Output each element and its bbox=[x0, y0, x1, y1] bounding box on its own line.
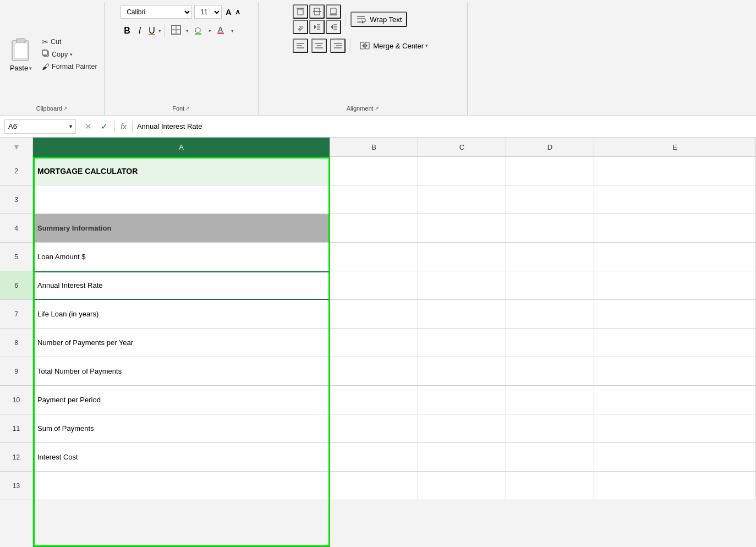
cell-b12[interactable] bbox=[330, 443, 418, 472]
cell-d3[interactable] bbox=[506, 185, 594, 214]
row-number-8[interactable]: 8 bbox=[0, 329, 32, 357]
row-number-4[interactable]: 4 bbox=[0, 214, 32, 243]
row-number-6[interactable]: 6 bbox=[0, 271, 32, 300]
paste-dropdown-arrow[interactable]: ▾ bbox=[29, 65, 32, 71]
cell-c6[interactable] bbox=[418, 271, 506, 300]
decrease-font-size-button[interactable]: A bbox=[234, 7, 242, 17]
underline-dropdown[interactable]: ▾ bbox=[158, 28, 161, 34]
col-header-c[interactable]: C bbox=[418, 138, 506, 157]
cell-a7[interactable]: Life Loan (in years) bbox=[33, 300, 330, 329]
cell-d9[interactable] bbox=[506, 357, 594, 386]
cell-c3[interactable] bbox=[418, 185, 506, 214]
cell-b13[interactable] bbox=[330, 472, 418, 500]
formula-cancel-button[interactable]: ✕ bbox=[83, 121, 94, 133]
cell-c7[interactable] bbox=[418, 300, 506, 329]
cell-d7[interactable] bbox=[506, 300, 594, 329]
row-number-11[interactable]: 11 bbox=[0, 414, 32, 443]
row-number-13[interactable]: 13 bbox=[0, 472, 32, 500]
underline-button[interactable]: U bbox=[146, 25, 158, 37]
cut-button[interactable]: ✂ Cut bbox=[40, 36, 100, 47]
font-color-dropdown[interactable]: ▾ bbox=[231, 28, 234, 34]
bold-button[interactable]: B bbox=[120, 25, 134, 37]
paste-button[interactable]: Paste ▾ bbox=[4, 34, 37, 74]
wrap-text-button[interactable]: Wrap Text bbox=[350, 12, 407, 27]
font-family-selector[interactable]: Calibri bbox=[120, 6, 192, 19]
clipboard-expand-icon[interactable]: ↗ bbox=[63, 106, 68, 111]
cell-b3[interactable] bbox=[330, 185, 418, 214]
cell-e5[interactable] bbox=[594, 243, 756, 271]
cell-d11[interactable] bbox=[506, 414, 594, 443]
cell-d6[interactable] bbox=[506, 271, 594, 300]
cell-a2[interactable]: MORTGAGE CALCULATOR bbox=[33, 157, 330, 185]
cell-a8[interactable]: Number of Payments per Year bbox=[33, 329, 330, 357]
cell-e7[interactable] bbox=[594, 300, 756, 329]
cell-e13[interactable] bbox=[594, 472, 756, 500]
align-left-button[interactable] bbox=[293, 39, 308, 53]
borders-dropdown[interactable]: ▾ bbox=[186, 28, 189, 34]
col-header-e[interactable]: E bbox=[594, 138, 756, 157]
cell-d4[interactable] bbox=[506, 214, 594, 243]
copy-button[interactable]: Copy ▾ bbox=[40, 48, 100, 60]
cell-b8[interactable] bbox=[330, 329, 418, 357]
font-size-selector[interactable]: 11 bbox=[194, 6, 222, 19]
cell-e3[interactable] bbox=[594, 185, 756, 214]
col-header-d[interactable]: D bbox=[506, 138, 594, 157]
cell-c5[interactable] bbox=[418, 243, 506, 271]
cell-a4[interactable]: Summary Information bbox=[33, 214, 330, 243]
fill-color-button[interactable]: ⬡ bbox=[191, 23, 206, 38]
row-number-10[interactable]: 10 bbox=[0, 386, 32, 414]
corner-select-all[interactable] bbox=[0, 138, 33, 157]
cell-a11[interactable]: Sum of Payments bbox=[33, 414, 330, 443]
indent-increase-button[interactable] bbox=[326, 20, 341, 34]
font-expand-icon[interactable]: ↗ bbox=[185, 106, 190, 111]
cell-c11[interactable] bbox=[418, 414, 506, 443]
cell-c9[interactable] bbox=[418, 357, 506, 386]
cell-c8[interactable] bbox=[418, 329, 506, 357]
cell-e6[interactable] bbox=[594, 271, 756, 300]
cell-ref-dropdown[interactable]: ▾ bbox=[69, 123, 72, 129]
cell-e8[interactable] bbox=[594, 329, 756, 357]
cell-d10[interactable] bbox=[506, 386, 594, 414]
cell-c12[interactable] bbox=[418, 443, 506, 472]
cell-b6[interactable] bbox=[330, 271, 418, 300]
cell-b11[interactable] bbox=[330, 414, 418, 443]
cell-c10[interactable] bbox=[418, 386, 506, 414]
cell-b7[interactable] bbox=[330, 300, 418, 329]
cell-e12[interactable] bbox=[594, 443, 756, 472]
cell-c4[interactable] bbox=[418, 214, 506, 243]
cell-d2[interactable] bbox=[506, 157, 594, 185]
italic-button[interactable]: I bbox=[136, 25, 144, 37]
format-painter-button[interactable]: 🖌 Format Painter bbox=[40, 61, 100, 72]
row-number-5[interactable]: 5 bbox=[0, 243, 32, 271]
cell-b9[interactable] bbox=[330, 357, 418, 386]
cell-reference-box[interactable]: A6 ▾ bbox=[4, 119, 76, 134]
row-number-2[interactable]: 2 bbox=[0, 157, 32, 185]
cell-e11[interactable] bbox=[594, 414, 756, 443]
fill-color-dropdown[interactable]: ▾ bbox=[209, 28, 211, 34]
alignment-expand-icon[interactable]: ↗ bbox=[375, 106, 379, 111]
text-orientation-button[interactable]: ab bbox=[293, 20, 308, 34]
col-header-b[interactable]: B bbox=[330, 138, 418, 157]
row-number-9[interactable]: 9 bbox=[0, 357, 32, 386]
increase-font-size-button[interactable]: A bbox=[224, 7, 233, 17]
cell-d8[interactable] bbox=[506, 329, 594, 357]
cell-e2[interactable] bbox=[594, 157, 756, 185]
merge-center-dropdown[interactable]: ▾ bbox=[425, 43, 428, 48]
formula-input[interactable] bbox=[133, 119, 752, 134]
cell-d13[interactable] bbox=[506, 472, 594, 500]
cell-b2[interactable] bbox=[330, 157, 418, 185]
cell-a10[interactable]: Payment per Period bbox=[33, 386, 330, 414]
borders-button[interactable] bbox=[168, 23, 184, 38]
cell-e10[interactable] bbox=[594, 386, 756, 414]
cell-a12[interactable]: Interest Cost bbox=[33, 443, 330, 472]
formula-confirm-button[interactable]: ✓ bbox=[98, 121, 110, 133]
cell-c13[interactable] bbox=[418, 472, 506, 500]
row-number-12[interactable]: 12 bbox=[0, 443, 32, 472]
cell-a5[interactable]: Loan Amount $ bbox=[33, 243, 330, 271]
font-color-button[interactable]: A bbox=[213, 23, 229, 38]
cell-a13[interactable] bbox=[33, 472, 330, 500]
copy-dropdown-arrow[interactable]: ▾ bbox=[70, 52, 73, 57]
row-number-3[interactable]: 3 bbox=[0, 185, 32, 214]
cell-c2[interactable] bbox=[418, 157, 506, 185]
cell-e4[interactable] bbox=[594, 214, 756, 243]
